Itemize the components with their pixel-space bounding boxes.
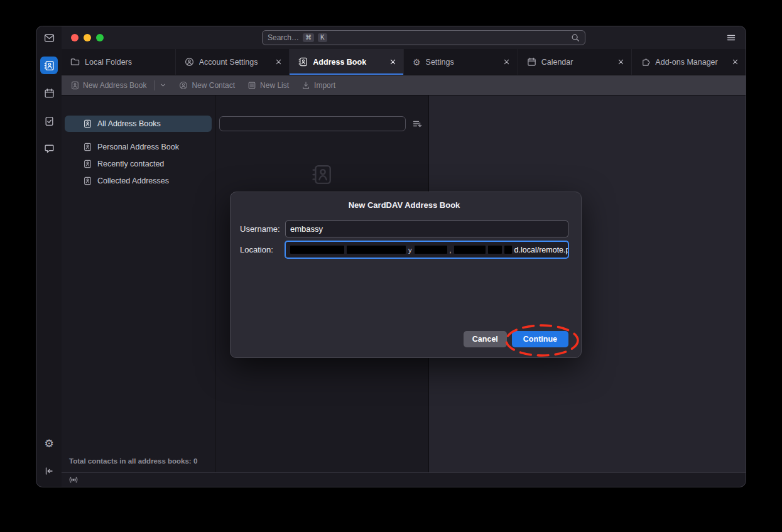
tab-calendar[interactable]: Calendar [518,49,633,75]
tab-address-book[interactable]: Address Book [290,49,404,75]
sidebar-item-label: All Address Books [97,119,161,128]
app-menu-button[interactable] [726,33,736,43]
close-window-button[interactable] [71,34,79,41]
redaction-bar [415,246,447,254]
display-options-icon[interactable] [412,119,422,129]
screen: ⚙ Search… ⌘ K [0,0,782,532]
redaction-bar [454,246,486,254]
tab-local-folders[interactable]: Local Folders [62,49,176,75]
calendar-icon [527,57,536,67]
gear-icon: ⚙ [413,58,421,67]
tab-bar: Local Folders Account Settings Address B… [62,49,746,75]
zoom-window-button[interactable] [96,34,104,41]
location-field[interactable]: y , d.local/remote.p [285,241,568,258]
continue-button[interactable]: Continue [512,331,568,347]
person-icon [179,81,188,90]
import-button[interactable]: Import [301,81,335,90]
collapse-rail-icon[interactable] [40,462,58,480]
tab-label: Account Settings [199,58,269,67]
cmd-keycap: ⌘ [303,33,314,42]
chat-space-icon[interactable] [40,139,58,157]
chevron-down-icon[interactable] [160,82,166,89]
redaction-bar [488,246,502,254]
new-address-book-button[interactable]: New Address Book [70,80,166,90]
search-icon [571,33,580,42]
puzzle-icon [641,57,650,67]
sidebar-item-collected-addresses[interactable]: Collected Addresses [65,173,212,189]
k-keycap: K [318,33,327,42]
tab-close-button[interactable] [730,57,740,67]
broadcast-status-icon [68,475,79,485]
new-address-book-label: New Address Book [83,81,146,90]
location-text-fragment: , [450,246,452,254]
sidebar-item-personal-address-book[interactable]: Personal Address Book [65,139,212,155]
new-contact-label: New Contact [192,81,235,90]
titlebar: Search… ⌘ K [62,26,746,49]
redaction-bar [290,246,344,254]
location-label: Location: [240,245,285,254]
address-book-icon [70,81,79,90]
tab-label: Add-ons Manager [655,58,725,67]
username-field[interactable] [285,220,568,237]
address-book-icon [83,176,92,185]
hamburger-icon [726,33,736,43]
tab-close-button[interactable] [616,57,626,67]
tab-label: Address Book [313,58,383,67]
tab-settings[interactable]: ⚙ Settings [404,49,518,75]
new-list-label: New List [260,81,289,90]
dialog-title: New CardDAV Address Book [240,200,568,210]
empty-list-address-book-icon [312,164,333,185]
tab-close-button[interactable] [273,57,283,67]
address-book-icon [83,143,92,151]
tasks-space-icon[interactable] [40,112,58,129]
address-book-space-icon[interactable] [40,57,58,74]
cancel-button[interactable]: Cancel [464,331,507,347]
address-book-icon [298,57,308,67]
search-placeholder: Search… [268,33,299,42]
tab-account-settings[interactable]: Account Settings [176,49,290,75]
sidebar-item-all-address-books[interactable]: All Address Books [65,116,212,132]
sidebar-item-recently-contacted[interactable]: Recently contacted [65,156,212,172]
mail-space-icon[interactable] [40,29,58,46]
tab-label: Calendar [541,58,611,67]
status-bar [62,472,746,487]
new-contact-button[interactable]: New Contact [179,81,235,90]
tab-close-button[interactable] [502,57,512,67]
account-icon [185,57,194,67]
split-button-divider [154,80,155,90]
redaction-bar [347,246,406,254]
folder-icon [70,57,80,67]
location-text-fragment: y [408,246,412,254]
new-carddav-dialog: New CardDAV Address Book Username: Locat… [230,192,582,358]
total-contacts-status: Total contacts in all address books: 0 [69,457,197,465]
redaction-bar [504,246,512,254]
sidebar-item-label: Collected Addresses [97,176,169,185]
list-icon [247,81,256,90]
sidebar-item-label: Personal Address Book [97,143,179,151]
tab-label: Local Folders [85,58,170,67]
address-book-icon [83,160,92,168]
tab-addons-manager[interactable]: Add-ons Manager [632,49,746,75]
username-label: Username: [240,224,285,234]
address-book-icon [83,119,92,128]
contacts-search-input[interactable] [219,116,406,131]
calendar-space-icon[interactable] [40,84,58,102]
traffic-lights [71,34,104,41]
sidebar-item-label: Recently contacted [97,160,164,168]
new-list-button[interactable]: New List [247,81,289,90]
settings-gear-icon[interactable]: ⚙ [40,435,58,452]
minimize-window-button[interactable] [84,34,91,41]
address-books-pane: All Address Books Personal Address Book … [62,95,215,472]
location-visible-text: d.local/remote.p [514,246,568,254]
global-search-field[interactable]: Search… ⌘ K [262,30,585,45]
tab-close-button[interactable] [388,57,398,67]
spaces-rail: ⚙ [36,26,62,487]
import-label: Import [314,81,335,90]
tab-label: Settings [426,58,497,67]
import-icon [301,81,310,90]
address-book-toolbar: New Address Book New Contact New List Im… [62,75,746,95]
